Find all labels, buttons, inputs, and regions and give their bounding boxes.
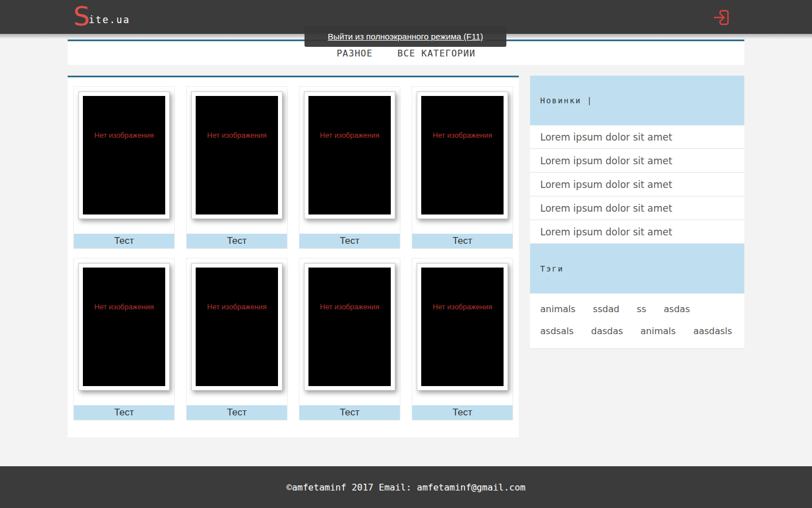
product-image-frame: Нет изображения	[417, 91, 508, 219]
product-title: Тест	[74, 234, 174, 248]
site-logo[interactable]: Site.ua	[73, 1, 131, 32]
product-card[interactable]: Нет изображения Тест	[73, 86, 175, 249]
fullscreen-exit-link[interactable]: Выйти из полноэкранного режима (F11)	[328, 32, 483, 41]
no-image-placeholder: Нет изображения	[196, 96, 278, 214]
tags-header: Тэги	[530, 244, 744, 294]
product-title: Тест	[412, 405, 513, 420]
product-title: Тест	[412, 234, 513, 248]
footer-bar: ©amfetaminf 2017 Email: amfetaminf@gmail…	[0, 466, 812, 508]
product-image-frame: Нет изображения	[78, 91, 170, 219]
fullscreen-exit-toast: Выйти из полноэкранного режима (F11)	[304, 26, 506, 47]
login-icon[interactable]	[713, 8, 732, 27]
sidebar: Новинки | Lorem ipsum dolor sit amet Lor…	[530, 76, 744, 349]
product-image-frame: Нет изображения	[304, 91, 395, 219]
news-list-item[interactable]: Lorem ipsum dolor sit amet	[530, 149, 744, 173]
news-title: Новинки	[540, 96, 581, 105]
no-image-placeholder: Нет изображения	[421, 96, 504, 214]
page: Site.ua Выйти из полноэкранного режима (…	[0, 0, 812, 508]
product-card[interactable]: Нет изображения Тест	[73, 258, 175, 421]
product-image-frame: Нет изображения	[191, 91, 283, 219]
news-list-item[interactable]: Lorem ipsum dolor sit amet	[530, 125, 744, 149]
product-card[interactable]: Нет изображения Тест	[186, 86, 288, 249]
product-image-frame: Нет изображения	[191, 263, 283, 391]
no-image-placeholder: Нет изображения	[83, 268, 165, 386]
no-image-placeholder: Нет изображения	[83, 96, 165, 214]
news-list-item[interactable]: Lorem ipsum dolor sit amet	[530, 173, 744, 196]
tag-link[interactable]: ss	[637, 301, 646, 317]
tags-cloud: animals ssdad ss asdas asdsals dasdas an…	[530, 294, 744, 349]
product-card[interactable]: Нет изображения Тест	[412, 86, 513, 249]
tag-link[interactable]: ssdad	[593, 301, 620, 317]
product-image-frame: Нет изображения	[304, 263, 395, 391]
nav-item-all-categories[interactable]: ВСЕ КАТЕГОРИИ	[398, 48, 475, 59]
product-card[interactable]: Нет изображения Тест	[299, 258, 400, 421]
product-image-frame: Нет изображения	[417, 263, 508, 391]
nav-item-raznoe[interactable]: РАЗНОЕ	[337, 48, 373, 59]
product-image-frame: Нет изображения	[78, 263, 170, 391]
news-list: Lorem ipsum dolor sit amet Lorem ipsum d…	[530, 125, 744, 244]
product-card[interactable]: Нет изображения Тест	[299, 86, 400, 249]
tag-link[interactable]: animals	[540, 301, 576, 317]
product-title: Тест	[299, 234, 400, 248]
login-icon-svg	[713, 8, 732, 27]
tag-link[interactable]: aasdasls	[693, 323, 732, 339]
logo-letter: S	[73, 1, 90, 32]
product-title: Тест	[299, 405, 400, 420]
news-header: Новинки |	[530, 76, 744, 125]
news-list-item[interactable]: Lorem ipsum dolor sit amet	[530, 220, 744, 244]
products-panel: Нет изображения Тест Нет изображения Тес…	[68, 76, 519, 437]
tag-link[interactable]: asdas	[664, 301, 690, 317]
product-title: Тест	[187, 405, 287, 420]
product-title: Тест	[187, 234, 287, 248]
product-card[interactable]: Нет изображения Тест	[412, 258, 513, 421]
footer-copyright: ©amfetaminf 2017 Email: amfetaminf@gmail…	[286, 482, 526, 493]
sort-caret-icon: |	[587, 96, 593, 105]
no-image-placeholder: Нет изображения	[308, 268, 391, 386]
tag-link[interactable]: dasdas	[591, 323, 623, 339]
tag-link[interactable]: animals	[641, 323, 676, 339]
logo-text: ite.ua	[89, 14, 130, 25]
no-image-placeholder: Нет изображения	[308, 96, 391, 214]
tags-title: Тэги	[540, 264, 564, 273]
product-title: Тест	[74, 405, 174, 420]
news-list-item[interactable]: Lorem ipsum dolor sit amet	[530, 196, 744, 220]
tag-link[interactable]: asdsals	[540, 323, 573, 339]
product-card[interactable]: Нет изображения Тест	[186, 258, 288, 421]
no-image-placeholder: Нет изображения	[196, 268, 278, 386]
no-image-placeholder: Нет изображения	[421, 268, 504, 386]
